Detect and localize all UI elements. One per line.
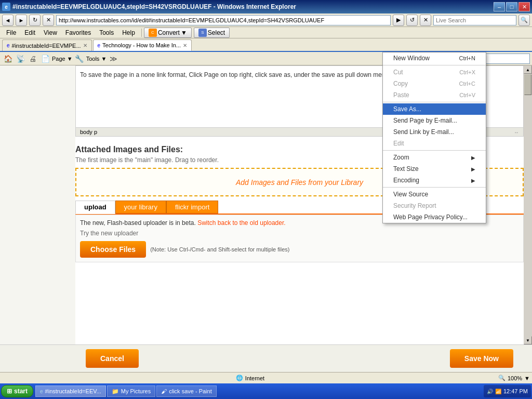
tab-your-library[interactable]: your library bbox=[115, 201, 166, 214]
ctx-sep-4 bbox=[383, 187, 486, 188]
globe-icon: 🌐 bbox=[236, 375, 243, 381]
menu-bar: File Edit View Favorites Tools Help C Co… bbox=[0, 27, 532, 38]
ctx-send-link[interactable]: Send Link by E-mail... bbox=[383, 126, 486, 138]
drop-area-text: Add Images and Files from your Library bbox=[236, 178, 363, 187]
ctx-text-size[interactable]: Text Size ▶ bbox=[383, 163, 486, 175]
taskbar-clock: 12:47 PM bbox=[503, 388, 528, 394]
taskbar-item-0[interactable]: e #instructableId=EEV... bbox=[35, 385, 106, 397]
scroll-thumb[interactable] bbox=[524, 74, 531, 95]
ctx-cut-shortcut: Ctrl+X bbox=[459, 69, 475, 75]
menu-view[interactable]: View bbox=[39, 27, 61, 38]
go-button[interactable]: ▶ bbox=[393, 15, 404, 26]
taskbar-tray: 🔊 📶 12:47 PM bbox=[484, 385, 531, 397]
status-bar: 🌐 Internet 🔍 100% ▼ bbox=[0, 372, 532, 383]
menu-favorites[interactable]: Favorites bbox=[61, 27, 95, 38]
back-button[interactable]: ◄ bbox=[2, 15, 14, 26]
ctx-privacy-policy[interactable]: Web Page Privacy Policy... bbox=[383, 211, 486, 223]
editor-resize-handle[interactable]: ↔ bbox=[514, 129, 519, 135]
ctx-privacy-policy-label: Web Page Privacy Policy... bbox=[393, 214, 468, 221]
ctx-save-as[interactable]: Save As... bbox=[383, 103, 486, 115]
convert-button[interactable]: C Convert ▼ bbox=[144, 28, 192, 38]
select-button[interactable]: S Select bbox=[194, 28, 230, 38]
ctx-new-window[interactable]: New Window Ctrl+N bbox=[383, 52, 486, 64]
scrollbar[interactable]: ▲ ▼ bbox=[524, 65, 532, 344]
ctx-zoom[interactable]: Zoom ▶ bbox=[383, 152, 486, 163]
bottom-bar: Cancel Save Now bbox=[0, 344, 532, 372]
ctx-sep-2 bbox=[383, 102, 486, 102]
nav-bar: ◄ ► ↻ ✕ ▶ ↺ ✕ 🔍 bbox=[0, 14, 532, 27]
expand-icon[interactable]: ≫ bbox=[108, 53, 119, 64]
page-label[interactable]: Page ▼ bbox=[52, 56, 73, 62]
ctx-cut: Cut Ctrl+X bbox=[383, 66, 486, 78]
start-button[interactable]: ⊞ start bbox=[1, 385, 33, 397]
bottom-actions: Cancel Save Now bbox=[86, 349, 513, 368]
minimize-button[interactable]: – bbox=[494, 2, 505, 11]
search-input[interactable] bbox=[433, 15, 516, 25]
menu-file[interactable]: File bbox=[2, 27, 20, 38]
ctx-view-source[interactable]: View Source bbox=[383, 189, 486, 200]
zoom-level: 100% bbox=[508, 375, 522, 381]
ctx-new-window-label: New Window bbox=[393, 55, 430, 62]
left-margin bbox=[0, 65, 75, 344]
try-uploader-text: Try the new uploader bbox=[80, 230, 519, 237]
tools-icon[interactable]: 🔧 bbox=[74, 53, 85, 64]
tools-label[interactable]: Tools ▼ bbox=[86, 56, 107, 62]
save-now-button[interactable]: Save Now bbox=[450, 349, 513, 368]
ctx-paste-label: Paste bbox=[393, 91, 409, 99]
menu-help[interactable]: Help bbox=[118, 27, 139, 38]
tab-1[interactable]: e Technology - How to Make In... ✕ bbox=[93, 39, 192, 51]
select-label: Select bbox=[208, 29, 225, 36]
convert-label: Convert bbox=[158, 29, 180, 36]
taskbar-item-2[interactable]: 🖌 click save - Paint bbox=[156, 385, 217, 397]
app-icon: e bbox=[2, 3, 10, 11]
search-go-button[interactable]: 🔍 bbox=[518, 15, 530, 26]
ctx-zoom-label: Zoom bbox=[393, 154, 409, 161]
page-icon[interactable]: 📄 bbox=[39, 53, 51, 64]
maximize-button[interactable]: □ bbox=[506, 2, 517, 11]
ctx-zoom-arrow: ▶ bbox=[471, 155, 475, 161]
ctx-edit-label: Edit bbox=[393, 140, 404, 147]
taskbar-icon-1: 📁 bbox=[112, 388, 119, 395]
tab-flickr-import[interactable]: flickr import bbox=[166, 201, 218, 214]
address-input[interactable] bbox=[56, 15, 391, 25]
taskbar-item-1[interactable]: 📁 My Pictures bbox=[107, 385, 155, 397]
menu-tools[interactable]: Tools bbox=[95, 27, 118, 38]
ctx-send-page-label: Send Page by E-mail... bbox=[393, 117, 457, 124]
tab-1-close[interactable]: ✕ bbox=[183, 43, 187, 48]
ctx-send-page[interactable]: Send Page by E-mail... bbox=[383, 115, 486, 126]
ctx-send-link-label: Send Link by E-mail... bbox=[393, 128, 454, 136]
tab-0-close[interactable]: ✕ bbox=[83, 43, 87, 48]
choose-files-button[interactable]: Choose Files bbox=[80, 241, 146, 258]
print-icon[interactable]: 🖨 bbox=[27, 53, 38, 64]
tab-upload[interactable]: upload bbox=[75, 201, 115, 214]
zoom-icon: 🔍 bbox=[498, 375, 506, 381]
close-button[interactable]: ✕ bbox=[518, 2, 530, 11]
scroll-down-button[interactable]: ▼ bbox=[524, 336, 532, 344]
scroll-up-button[interactable]: ▲ bbox=[524, 65, 532, 74]
refresh-button[interactable]: ↻ bbox=[29, 15, 41, 26]
ctx-paste: Paste Ctrl+V bbox=[383, 89, 486, 101]
ctx-copy: Copy Ctrl+C bbox=[383, 78, 486, 89]
taskbar-icon-2: 🖌 bbox=[161, 388, 167, 394]
editor-status-text: body p bbox=[80, 129, 97, 135]
taskbar-label-2: click save - Paint bbox=[169, 388, 212, 394]
rss-icon[interactable]: 📡 bbox=[15, 53, 26, 64]
stop-button[interactable]: ✕ bbox=[43, 15, 54, 26]
ctx-edit: Edit bbox=[383, 138, 486, 149]
switch-link[interactable]: Switch back to the old uploader. bbox=[197, 219, 285, 227]
cancel-button[interactable]: Cancel bbox=[86, 349, 139, 368]
stop-btn2[interactable]: ✕ bbox=[420, 15, 431, 26]
menu-edit[interactable]: Edit bbox=[20, 27, 39, 38]
ctx-security-report-label: Security Report bbox=[393, 202, 436, 209]
forward-button[interactable]: ► bbox=[16, 15, 27, 26]
tab-0[interactable]: e #instructableId=EEVMPE... ✕ bbox=[2, 39, 92, 51]
zoom-control[interactable]: 🔍 100% ▼ bbox=[498, 375, 530, 381]
start-label: start bbox=[14, 388, 28, 395]
ctx-paste-shortcut: Ctrl+V bbox=[459, 92, 475, 98]
home-icon[interactable]: 🏠 bbox=[2, 53, 14, 64]
zone-label: Internet bbox=[245, 375, 264, 381]
refresh-btn2[interactable]: ↺ bbox=[406, 15, 418, 26]
ctx-cut-label: Cut bbox=[393, 69, 403, 76]
ctx-encoding[interactable]: Encoding ▶ bbox=[383, 175, 486, 186]
select-icon: S bbox=[198, 29, 207, 37]
